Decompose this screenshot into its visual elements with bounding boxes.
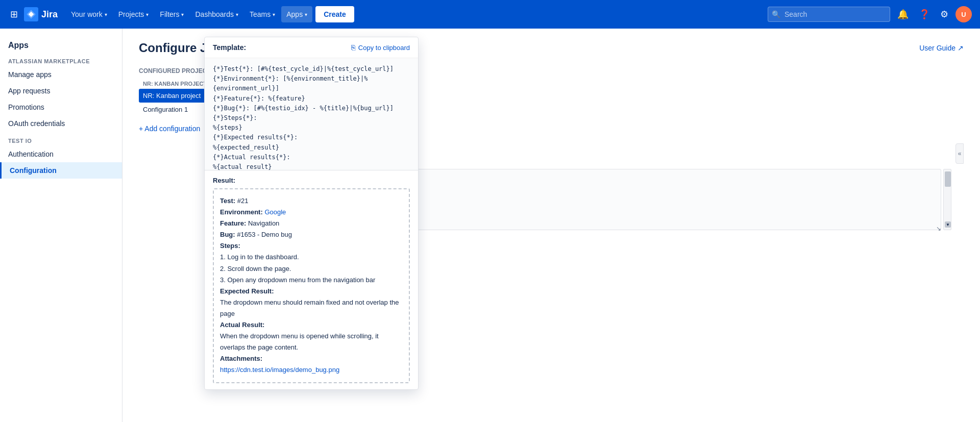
result-expected-label: Expected Result: (220, 286, 403, 297)
avatar[interactable]: U (955, 6, 972, 22)
result-step2: 2. Scroll down the page. (220, 263, 403, 275)
grid-icon[interactable]: ⊞ (8, 7, 20, 22)
logo-text: Jira (41, 9, 58, 20)
page-layout: Apps Atlassian Marketplace Manage apps A… (0, 29, 980, 422)
template-line-7: {*}Expected results{*}: (213, 133, 410, 142)
template-body: {*}Test{*}: [#%{test_cycle_id}|%{test_cy… (205, 58, 418, 170)
scrollbar[interactable]: ▼ (943, 169, 951, 230)
template-line-2: {*}Environment{*}: [%{environment_title}… (213, 74, 410, 93)
sidebar-group-testio: Test IO (0, 132, 122, 146)
result-attachment-link: https://cdn.test.io/images/demo_bug.png (220, 364, 403, 376)
copy-icon: ⎘ (351, 43, 355, 52)
top-navigation: ⊞ Jira Your work ▾ Projects ▾ Filters ▾ … (0, 0, 980, 29)
result-label: Result: (213, 177, 410, 184)
template-line-9: {*}Actual results{*}: (213, 153, 410, 162)
sidebar-item-oauth[interactable]: OAuth credentials (0, 115, 122, 132)
template-line-5: {*}Steps{*}: (213, 113, 410, 123)
template-line-3: {*}Feature{*}: %{feature} (213, 94, 410, 104)
nav-filters[interactable]: Filters ▾ (155, 6, 189, 22)
sidebar-item-authentication[interactable]: Authentication (0, 146, 122, 162)
result-actual-label: Actual Result: (220, 319, 403, 331)
modal-header-left: Template: (213, 43, 246, 52)
result-box: Test: #21 Environment: Google Feature: N… (213, 188, 410, 383)
result-environment: Environment: Google (220, 207, 403, 218)
create-button[interactable]: Create (315, 6, 354, 22)
result-test: Test: #21 (220, 195, 403, 207)
search-container: 🔍 (768, 7, 890, 22)
nav-right: 🔍 🔔 ❓ ⚙ U (768, 6, 972, 22)
scrollbar-down-arrow[interactable]: ▼ (945, 221, 951, 228)
jira-logo[interactable]: Jira (24, 7, 58, 21)
sidebar-title: Apps (0, 37, 122, 52)
result-feature: Feature: Navigation (220, 218, 403, 229)
search-input[interactable] (768, 7, 890, 22)
result-attachments-label: Attachments: (220, 353, 403, 364)
result-actual-value: When the dropdown menu is opened while s… (220, 331, 403, 353)
template-label: Template: (213, 43, 246, 52)
sidebar-item-promotions[interactable]: Promotions (0, 99, 122, 115)
environment-link[interactable]: Google (264, 208, 286, 216)
nav-your-work[interactable]: Your work ▾ (66, 6, 112, 22)
result-expected-value: The dropdown menu should remain fixed an… (220, 297, 403, 319)
template-modal: Template: ⎘ Copy to clipboard {*}Test{*}… (204, 37, 419, 390)
sidebar-item-configuration[interactable]: Configuration (0, 162, 122, 179)
chevron-down-icon: ▾ (146, 12, 149, 17)
collapse-arrow[interactable]: « (955, 143, 964, 164)
nav-items: Your work ▾ Projects ▾ Filters ▾ Dashboa… (66, 6, 764, 22)
template-line-10: %{actual_result} (213, 162, 410, 170)
result-section: Result: Test: #21 Environment: Google Fe… (205, 170, 418, 389)
nav-apps[interactable]: Apps ▾ (281, 6, 312, 22)
template-line-8: %{expected_result} (213, 143, 410, 153)
settings-icon[interactable]: ⚙ (937, 7, 951, 22)
help-icon[interactable]: ❓ (916, 7, 933, 22)
result-steps-label: Steps: (220, 240, 403, 252)
sidebar-group-atlassian: Atlassian Marketplace (0, 52, 122, 66)
sidebar: Apps Atlassian Marketplace Manage apps A… (0, 29, 122, 422)
template-line-4: {*}Bug{*}: [#%{testio_idx} - %{title}|%{… (213, 104, 410, 113)
attachment-link[interactable]: https://cdn.test.io/images/demo_bug.png (220, 366, 339, 374)
nav-projects[interactable]: Projects ▾ (113, 6, 154, 22)
chevron-down-icon: ▾ (181, 12, 184, 17)
notifications-icon[interactable]: 🔔 (894, 7, 912, 22)
template-line-6: %{steps} (213, 123, 410, 133)
result-bug: Bug: #1653 - Demo bug (220, 229, 403, 240)
chevron-down-icon: ▾ (236, 12, 238, 17)
sidebar-item-app-requests[interactable]: App requests (0, 83, 122, 99)
modal-header: Template: ⎘ Copy to clipboard (205, 37, 418, 58)
result-step3: 3. Open any dropdown menu from the navig… (220, 275, 403, 286)
scrollbar-thumb (945, 171, 951, 187)
user-guide-link[interactable]: User Guide ↗ (919, 44, 964, 52)
nav-dashboards[interactable]: Dashboards ▾ (190, 6, 243, 22)
result-step1: 1. Log in to the dashboard. (220, 252, 403, 263)
copy-clipboard-button[interactable]: ⎘ Copy to clipboard (351, 43, 410, 52)
external-link-icon: ↗ (958, 44, 964, 52)
resize-handle[interactable]: ↘ (936, 225, 941, 232)
chevron-down-icon: ▾ (273, 12, 275, 17)
template-line-1: {*}Test{*}: [#%{test_cycle_id}|%{test_cy… (213, 64, 410, 74)
chevron-down-icon: ▾ (305, 12, 307, 17)
nav-teams[interactable]: Teams ▾ (244, 6, 280, 22)
chevron-down-icon: ▾ (105, 12, 107, 17)
sidebar-item-manage-apps[interactable]: Manage apps (0, 66, 122, 83)
